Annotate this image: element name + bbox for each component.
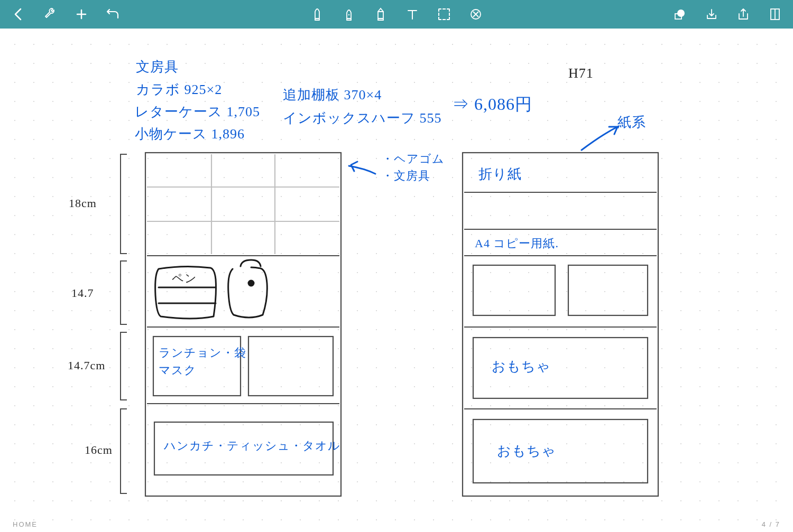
right-row-1: 折り紙: [478, 165, 522, 183]
add-button[interactable]: [74, 7, 89, 22]
note-arrow-1: ・ヘアゴム: [382, 151, 445, 167]
dim-1: 18cm: [69, 197, 97, 210]
pages-icon[interactable]: [768, 7, 782, 22]
back-button[interactable]: [11, 7, 25, 22]
right-row-2: A4 コピー用紙.: [475, 236, 559, 251]
svg-rect-17: [463, 153, 658, 496]
page-indicator: 4 / 7: [762, 520, 780, 528]
pen-tool-1-icon[interactable]: [310, 7, 325, 22]
canvas[interactable]: 文房具 カラボ 925×2 レターケース 1,705 小物ケース 1,896 追…: [0, 29, 793, 532]
pen-label: ペン: [172, 270, 197, 286]
header-col2b: インボックスハーフ 555: [283, 109, 442, 127]
header-col2a: 追加棚板 370×4: [283, 86, 382, 104]
right-row-5: おもちゃ: [497, 442, 556, 460]
sketch-layer: [0, 29, 793, 532]
svg-point-16: [248, 281, 254, 286]
box3-label: ランチョン・袋 マスク: [159, 344, 246, 379]
shapes-icon[interactable]: [672, 7, 687, 22]
total-price: ⇒ 6,086円: [452, 93, 532, 116]
h71-label: H71: [568, 66, 594, 81]
pen-tool-2-icon[interactable]: [342, 7, 356, 22]
svg-point-2: [677, 10, 685, 17]
right-row-4: おもちゃ: [492, 357, 551, 376]
lasso-tool-icon[interactable]: [437, 7, 451, 22]
highlighter-tool-icon[interactable]: [373, 7, 388, 22]
undo-button[interactable]: [106, 7, 121, 22]
svg-rect-14: [248, 337, 333, 396]
home-label[interactable]: HOME: [13, 520, 38, 528]
footer: HOME 4 / 7: [0, 516, 793, 532]
share-icon[interactable]: [736, 7, 751, 22]
paper-label: 紙系: [617, 113, 646, 132]
title-text: 文房具: [136, 58, 179, 76]
svg-point-0: [348, 14, 349, 15]
text-tool-icon[interactable]: [405, 7, 420, 22]
import-icon[interactable]: [704, 7, 719, 22]
eraser-tool-icon[interactable]: [468, 7, 483, 22]
svg-rect-23: [473, 265, 555, 315]
box4-label: ハンカチ・ティッシュ・タオル: [164, 438, 340, 454]
svg-rect-24: [568, 265, 648, 315]
toolbar: [0, 0, 793, 29]
wrench-icon[interactable]: [42, 7, 57, 22]
header-line-2: カラボ 925×2: [136, 80, 222, 99]
dim-3: 14.7cm: [68, 359, 105, 372]
dim-4: 16cm: [85, 443, 113, 457]
dim-2: 14.7: [71, 286, 94, 300]
note-arrow-2: ・文房具: [382, 168, 430, 184]
header-line-4: 小物ケース 1,896: [135, 125, 245, 143]
header-line-3: レターケース 1,705: [135, 102, 260, 121]
